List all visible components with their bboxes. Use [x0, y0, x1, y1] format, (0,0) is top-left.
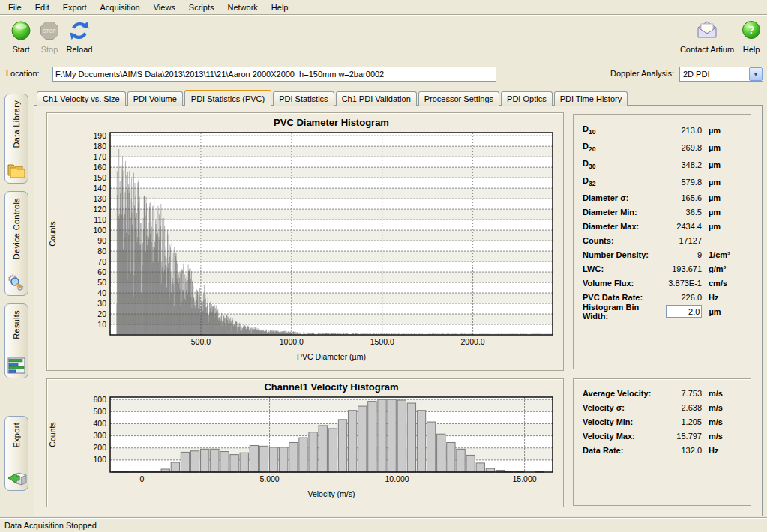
stat-value: -1.205	[633, 417, 702, 426]
menu-export[interactable]: Export	[56, 1, 94, 13]
svg-text:1000.0: 1000.0	[280, 337, 304, 346]
stat-unit: m/s	[702, 403, 743, 412]
svg-text:190: 190	[93, 131, 106, 140]
stat-row-d10: D10213.0µm	[583, 121, 743, 139]
stop-button[interactable]: STOP Stop	[36, 20, 63, 54]
reload-button[interactable]: Reload	[63, 20, 96, 54]
pvc-diameter-histogram-chart: 1020304050607080901001101201301401501601…	[47, 113, 562, 369]
stat-value: 3.873E-1	[634, 279, 702, 288]
svg-text:10: 10	[97, 320, 106, 329]
stat-value: 2434.4	[639, 222, 702, 231]
stat-unit: 1/cm³	[702, 250, 743, 259]
stat-unit: cm/s	[702, 279, 743, 288]
stat-row-average-velocity: Average Velocity:7.753m/s	[583, 386, 743, 400]
menu-help[interactable]: Help	[265, 1, 295, 13]
sidebar-item-results[interactable]: Results	[4, 303, 28, 378]
svg-text:50: 50	[97, 278, 106, 287]
stop-icon: STOP	[36, 20, 63, 43]
menu-network[interactable]: Network	[220, 1, 264, 13]
stat-value: 17127	[614, 236, 702, 245]
stat-row-number-density: Number Density:91/cm³	[583, 247, 743, 262]
toolbar: Start STOP Stop Reload	[0, 15, 767, 63]
stat-value: 15.797	[635, 432, 702, 441]
sidebar-item-export[interactable]: Export	[4, 416, 28, 491]
stat-row-d32: D32579.8µm	[583, 173, 743, 190]
svg-text:100: 100	[93, 455, 106, 464]
svg-text:90: 90	[97, 236, 106, 245]
sidebar: Data LibraryDevice Controls⚙⚙ResultsExpo…	[0, 84, 34, 516]
stat-unit: m/s	[702, 417, 743, 426]
location-input[interactable]	[52, 67, 496, 82]
svg-text:110: 110	[94, 215, 106, 224]
stat-row-diameter: Diameter σ:165.6µm	[583, 190, 743, 205]
stat-unit: µm	[702, 208, 743, 217]
tab-pdi-volume[interactable]: PDI Volume	[127, 91, 183, 106]
menu-file[interactable]: File	[1, 1, 28, 13]
stat-row-velocity: Velocity σ:2.638m/s	[583, 400, 743, 414]
stat-row-lwc: LWC:193.671g/m³	[583, 262, 743, 276]
svg-text:Channel1 Velocity Histogram: Channel1 Velocity Histogram	[264, 381, 398, 393]
svg-text:0: 0	[140, 474, 145, 483]
svg-text:600: 600	[93, 395, 106, 404]
stat-unit: µm	[702, 193, 743, 202]
tab-ch1-velocity-vs-size[interactable]: Ch1 Velocity vs. Size	[37, 91, 126, 106]
sidebar-item-label: Device Controls	[12, 198, 21, 259]
velocity-statistics-panel: Average Velocity:7.753m/sVelocity σ:2.63…	[573, 378, 751, 506]
stat-value: 226.0	[643, 293, 702, 302]
tab-ch1-pdi-validation[interactable]: Ch1 PDI Validation	[336, 91, 417, 106]
stat-value: 7.753	[651, 389, 702, 398]
stat-value: 193.671	[604, 265, 702, 273]
svg-text:PVC Diameter (µm): PVC Diameter (µm)	[297, 352, 366, 361]
sidebar-item-data-library[interactable]: Data Library	[4, 94, 28, 184]
stat-unit: µm	[702, 126, 743, 135]
stat-row-velocity-min: Velocity Min:-1.205m/s	[583, 414, 743, 429]
menu-views[interactable]: Views	[147, 1, 182, 13]
stat-row-volume-flux: Volume Flux:3.873E-1cm/s	[583, 276, 743, 290]
doppler-analysis-select[interactable]: 2D PDI ▼	[679, 67, 763, 82]
help-button[interactable]: ? Help	[739, 20, 764, 54]
stat-label: Velocity Min:	[583, 417, 633, 426]
stat-value: 2.638	[625, 403, 702, 412]
envelope-icon	[674, 20, 740, 43]
stat-label: Counts:	[583, 236, 614, 245]
sidebar-item-label: Export	[12, 423, 21, 448]
sidebar-item-device-controls[interactable]: Device Controls⚙⚙	[4, 191, 28, 296]
menu-scripts[interactable]: Scripts	[182, 1, 221, 13]
tab-pdi-optics[interactable]: PDI Optics	[501, 91, 553, 106]
stat-row-histogram-bin-width: Histogram Bin Width:µm	[583, 304, 743, 318]
svg-text:200: 200	[93, 443, 106, 452]
svg-text:300: 300	[93, 431, 106, 440]
svg-text:140: 140	[93, 184, 106, 193]
menu-bar: FileEditExportAcquisitionViewsScriptsNet…	[0, 0, 767, 15]
tab-pdi-time-history[interactable]: PDI Time History	[554, 91, 628, 106]
svg-text:Counts: Counts	[48, 422, 57, 447]
tab-pdi-statistics[interactable]: PDI Statistics	[273, 91, 334, 106]
help-icon: ?	[739, 20, 764, 43]
stat-label: D10	[583, 124, 595, 136]
svg-text:10.000: 10.000	[385, 474, 409, 483]
stat-value: 213.0	[595, 126, 702, 135]
location-label: Location:	[6, 69, 40, 78]
svg-text:100: 100	[93, 226, 106, 235]
start-button[interactable]: Start	[6, 20, 36, 54]
stat-label: Data Rate:	[583, 446, 623, 455]
stop-label: Stop	[41, 45, 58, 54]
menu-acquisition[interactable]: Acquisition	[94, 1, 147, 13]
stat-value: 165.6	[628, 193, 702, 202]
svg-text:40: 40	[97, 288, 106, 297]
svg-text:500.0: 500.0	[191, 337, 211, 346]
menu-edit[interactable]: Edit	[28, 1, 56, 13]
tab-processor-settings[interactable]: Processor Settings	[418, 91, 499, 106]
start-label: Start	[12, 45, 29, 54]
contact-artium-button[interactable]: Contact Artium	[674, 20, 740, 54]
stat-label: Histogram Bin Width:	[583, 303, 666, 321]
histogram-bin-width-input[interactable]	[666, 305, 702, 318]
folders-icon	[6, 161, 27, 180]
stat-label: Velocity Max:	[583, 432, 635, 441]
chevron-down-icon[interactable]: ▼	[749, 67, 763, 81]
svg-text:Counts: Counts	[48, 221, 57, 246]
stat-unit: µm	[702, 160, 743, 169]
stat-label: D30	[583, 159, 595, 170]
tab-pdi-statistics-pvc[interactable]: PDI Statistics (PVC)	[184, 90, 271, 106]
stat-unit: µm	[702, 178, 743, 187]
